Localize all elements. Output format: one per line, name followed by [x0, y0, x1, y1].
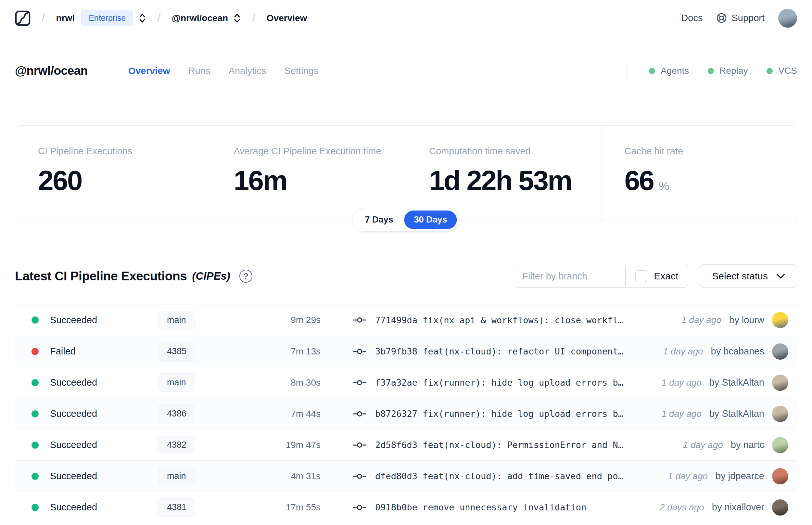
- commit-cell[interactable]: dfed80d3 feat(nx-cloud): add time-saved …: [353, 471, 635, 481]
- commit-text: 2d58f6d3 feat(nx-cloud): PermissionError…: [375, 440, 623, 450]
- status-dot-icon: [31, 473, 39, 480]
- topbar: / nrwl Enterprise / @nrwl/ocean / Overvi…: [0, 0, 812, 36]
- table-row[interactable]: Succeeded 4381 17m 55s 0918b0be remove u…: [15, 492, 797, 523]
- table-row[interactable]: Succeeded main 4m 31s dfed80d3 feat(nx-c…: [15, 460, 797, 492]
- docs-label: Docs: [681, 13, 703, 24]
- duration-cell: 7m 13s: [233, 346, 321, 357]
- time-ago: 1 day ago: [683, 440, 723, 450]
- indicator-agents: Agents: [649, 65, 689, 76]
- breadcrumb-workspace[interactable]: @nrwl/ocean: [172, 13, 228, 24]
- stat-label: Computation time saved: [429, 146, 588, 156]
- branch-badge[interactable]: 4386: [158, 404, 195, 423]
- breadcrumb-page: Overview: [267, 13, 307, 24]
- author: by StalkAltan: [709, 408, 764, 419]
- page-title: @nrwl/ocean: [15, 64, 88, 78]
- exact-filter: Exact: [625, 265, 688, 287]
- workspace-tabs: Overview Runs Analytics Settings: [128, 65, 319, 76]
- git-commit-icon: [353, 379, 366, 387]
- table-row[interactable]: Failed 4385 7m 13s 3b79fb38 feat(nx-clou…: [15, 335, 797, 367]
- commit-text: dfed80d3 feat(nx-cloud): add time-saved …: [375, 471, 623, 481]
- duration-cell: 19m 47s: [233, 440, 321, 450]
- branch-cell: main: [158, 467, 233, 485]
- support-link[interactable]: Support: [716, 13, 765, 24]
- indicator-label: Replay: [719, 65, 748, 76]
- status-dot-icon: [31, 441, 39, 449]
- branch-badge[interactable]: main: [158, 311, 195, 329]
- range-7-days-button[interactable]: 7 Days: [355, 211, 403, 229]
- branch-badge[interactable]: 4385: [158, 342, 195, 361]
- branch-badge[interactable]: main: [158, 467, 195, 485]
- branch-badge[interactable]: 4382: [158, 436, 195, 454]
- exact-checkbox[interactable]: [635, 270, 647, 282]
- topbar-actions: Docs Support: [681, 9, 797, 28]
- date-range-toggle: 7 Days 30 Days: [352, 208, 459, 231]
- time-ago: 1 day ago: [681, 315, 721, 325]
- docs-link[interactable]: Docs: [681, 13, 703, 24]
- commit-text: f37a32ae fix(runner): hide log upload er…: [375, 377, 623, 388]
- tab-overview[interactable]: Overview: [128, 65, 170, 76]
- indicator-label: VCS: [778, 65, 797, 76]
- author: by lourw: [729, 315, 764, 326]
- meta-cell: 1 day ago by StalkAltan: [635, 375, 788, 391]
- author: by jdpearce: [716, 471, 764, 481]
- green-dot-icon: [767, 68, 773, 74]
- range-30-days-button[interactable]: 30 Days: [404, 211, 457, 229]
- commit-cell[interactable]: 771499da fix(nx-api & workflows): close …: [353, 315, 635, 325]
- select-status-dropdown[interactable]: Select status: [700, 265, 797, 288]
- stat-ci-pipeline-executions: CI Pipeline Executions 260: [15, 126, 211, 221]
- commit-cell[interactable]: 3b79fb38 feat(nx-cloud): refactor UI com…: [353, 346, 635, 356]
- chevron-down-icon: [776, 273, 785, 279]
- commit-cell[interactable]: 0918b0be remove unnecessary invalidation: [353, 502, 635, 512]
- help-icon[interactable]: ?: [240, 270, 252, 283]
- table-row[interactable]: Succeeded main 8m 30s f37a32ae fix(runne…: [15, 367, 797, 398]
- status-cell: Succeeded: [31, 408, 158, 419]
- branch-cell: main: [158, 373, 233, 392]
- duration-cell: 7m 44s: [233, 409, 321, 419]
- author: by StalkAltan: [709, 377, 764, 388]
- git-commit-icon: [353, 472, 366, 480]
- stat-label: CI Pipeline Executions: [38, 146, 198, 156]
- table-row[interactable]: Succeeded 4382 19m 47s 2d58f6d3 feat(nx-…: [15, 429, 797, 460]
- workspace-switcher-chevron-icon[interactable]: [233, 13, 241, 24]
- stat-value: 260: [38, 164, 82, 197]
- status-label: Succeeded: [50, 408, 97, 419]
- status-dot-icon: [31, 379, 39, 386]
- git-commit-icon: [353, 348, 366, 356]
- exact-label: Exact: [654, 271, 678, 282]
- tab-settings[interactable]: Settings: [285, 65, 319, 76]
- org-switcher-chevron-icon[interactable]: [138, 13, 146, 24]
- branch-badge[interactable]: main: [158, 373, 195, 392]
- breadcrumb-org[interactable]: nrwl: [56, 13, 75, 24]
- branch-cell: 4381: [158, 498, 233, 516]
- branch-cell: 4385: [158, 342, 233, 361]
- duration-cell: 9m 29s: [233, 315, 321, 325]
- user-avatar[interactable]: [778, 9, 797, 28]
- git-commit-icon: [353, 410, 366, 418]
- enterprise-badge: Enterprise: [81, 10, 133, 26]
- table-row[interactable]: Succeeded main 9m 29s 771499da fix(nx-ap…: [15, 304, 797, 335]
- commit-cell[interactable]: f37a32ae fix(runner): hide log upload er…: [353, 377, 635, 388]
- nx-cloud-logo-icon[interactable]: [15, 10, 31, 26]
- time-ago: 1 day ago: [662, 377, 702, 388]
- status-cell: Succeeded: [31, 471, 158, 481]
- stat-value: 66: [625, 164, 654, 197]
- section-title-suffix: (CIPEs): [192, 270, 230, 282]
- table-row[interactable]: Succeeded 4386 7m 44s b8726327 fix(runne…: [15, 398, 797, 429]
- status-label: Succeeded: [50, 502, 97, 513]
- status-label: Succeeded: [50, 377, 97, 388]
- branch-badge[interactable]: 4381: [158, 498, 195, 516]
- author-avatar: [772, 437, 788, 453]
- meta-cell: 1 day ago by lourw: [635, 312, 788, 328]
- meta-cell: 1 day ago by jdpearce: [635, 468, 788, 484]
- tab-runs[interactable]: Runs: [188, 65, 211, 76]
- commit-text: b8726327 fix(runner): hide log upload er…: [375, 409, 623, 419]
- stat-value: 1d 22h 53m: [429, 164, 571, 197]
- stat-label: Cache hit rate: [625, 146, 784, 156]
- commit-cell[interactable]: 2d58f6d3 feat(nx-cloud): PermissionError…: [353, 440, 635, 450]
- status-cell: Succeeded: [31, 315, 158, 326]
- filter-branch-input[interactable]: [513, 265, 625, 287]
- breadcrumb-separator: /: [252, 11, 256, 25]
- commit-cell[interactable]: b8726327 fix(runner): hide log upload er…: [353, 409, 635, 419]
- author-avatar: [772, 312, 788, 328]
- tab-analytics[interactable]: Analytics: [229, 65, 266, 76]
